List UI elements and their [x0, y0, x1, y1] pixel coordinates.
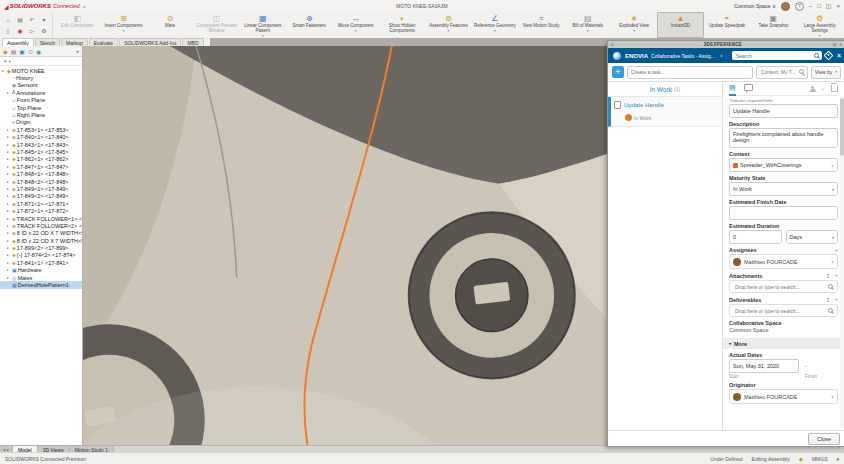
commandmanager-tab[interactable]: Assembly	[2, 38, 34, 46]
tree-item[interactable]: ▾ ◆ MOTO KNEE	[0, 67, 82, 74]
tree-item[interactable]: ▸ ◈ TRACK FOLLOWER<1> <TRACK FO...	[0, 215, 82, 222]
search-icon[interactable]	[814, 53, 820, 59]
originator-chip[interactable]: Matthieu FOURCADE ∨	[729, 389, 838, 404]
ribbon-button[interactable]: ◫ Component Preview Window	[193, 12, 239, 38]
start-date-field[interactable]: Sun, May 31, 2020	[729, 359, 799, 373]
commandmanager-tab[interactable]: Markup	[61, 38, 88, 46]
ribbon-button[interactable]: ↔ Move Component ▾	[332, 12, 378, 38]
attachments-search-input[interactable]	[733, 283, 826, 291]
tree-item[interactable]: ◔ History	[0, 74, 82, 81]
displaymanager-tab[interactable]: ◉	[36, 48, 41, 55]
tree-item[interactable]: ▸ A Annotations	[0, 89, 82, 96]
details-scrollbar[interactable]	[840, 96, 844, 428]
help-icon[interactable]: ?	[795, 2, 804, 11]
dimxpertmanager-tab[interactable]: ⊙	[28, 48, 33, 55]
tree-item[interactable]: ▱ Right Plane	[0, 111, 82, 118]
select-icon[interactable]: ▻	[30, 27, 35, 34]
tree-item[interactable]: ▸ ◈ TRACK FOLLOWER<2> <TRACK FO...	[0, 222, 82, 229]
ribbon-button[interactable]: ∠ Reference Geometry ▾	[472, 12, 518, 38]
panel-close-icon[interactable]: ×	[837, 52, 841, 59]
tree-item[interactable]: ▸ ◈ 17-845<1> <17-845>	[0, 148, 82, 155]
context-filter-input[interactable]	[759, 68, 798, 76]
minimize-button[interactable]: –	[809, 3, 812, 9]
add-deliverable-icon[interactable]: +	[834, 296, 838, 303]
ribbon-button[interactable]: ◓ Update Speedpak	[704, 12, 750, 38]
add-task-button[interactable]: +	[612, 66, 624, 78]
propertymanager-tab[interactable]: ▤	[11, 48, 17, 55]
close-panel-button[interactable]: Close	[808, 433, 840, 445]
ribbon-button[interactable]: ▦ Linear Component Pattern ▾	[240, 12, 286, 38]
home-icon[interactable]: ⌂	[6, 17, 10, 23]
tree-item[interactable]: ▸ ◈ 17-847<1> <17-847>	[0, 163, 82, 170]
tree-item[interactable]: ⌖ Origin	[0, 119, 82, 126]
panel-collapse-icon[interactable]: »	[611, 42, 614, 47]
search-input[interactable]	[734, 52, 812, 60]
options-gear-icon[interactable]: ⚙	[41, 27, 46, 34]
featuremanager-design-tree-tab[interactable]: ◆	[3, 48, 8, 55]
configurationmanager-tab[interactable]: ▣	[19, 48, 25, 55]
chevron-down-icon[interactable]: ▾	[836, 456, 839, 462]
tree-item[interactable]: ▸ ◈ 17-849<1> <17-849>	[0, 185, 82, 192]
tree-item[interactable]: ▸ ◈ 17-853<1> <17-853>	[0, 126, 82, 133]
ribbon-button[interactable]: ◐ Show Hidden Components	[379, 12, 425, 38]
tab-comments[interactable]	[744, 82, 753, 96]
tree-item[interactable]: ▸ ◈ 8 ID x 22 OD X 7 WIDTH<8> <BALL...	[0, 237, 82, 244]
menu-expand-icon[interactable]: ▸	[84, 4, 86, 9]
tree-item[interactable]: ▸ ◈ 17-862<1> <17-862>	[0, 156, 82, 163]
duration-value-field[interactable]: 0	[729, 230, 782, 244]
tree-item[interactable]: ▸ ◈ 17-849<2> <17-849>	[0, 193, 82, 200]
delete-task-icon[interactable]	[831, 85, 838, 92]
maximize-button[interactable]: □	[817, 3, 821, 9]
new-document-icon[interactable]: ▯	[6, 27, 9, 34]
task-list-section-header[interactable]: In Work (1)	[608, 82, 722, 97]
tree-item[interactable]: ▸ ▣ Hardware	[0, 267, 82, 274]
restore-button[interactable]: ◫	[826, 3, 832, 9]
deliverables-search-input[interactable]	[733, 307, 826, 315]
maturity-state-select[interactable]: In Work ▾	[729, 182, 838, 196]
tree-item[interactable]: ▸ ◈ 17-871<1> <17-871>	[0, 200, 82, 207]
tag-icon[interactable]	[823, 51, 833, 61]
commandmanager-tab[interactable]: Evaluate	[89, 38, 118, 46]
duration-unit-select[interactable]: Days ▾	[786, 230, 839, 244]
more-section-toggle[interactable]: ▾ More	[723, 338, 844, 349]
upload-attachment-icon[interactable]: ↥	[825, 272, 830, 279]
context-field[interactable]: Spreader_WithCoverings ∨	[729, 158, 838, 172]
assign-user-icon[interactable]	[810, 86, 816, 92]
upload-deliverable-icon[interactable]: ↥	[825, 296, 830, 303]
ribbon-button[interactable]: ◧ Edit Component	[54, 12, 100, 38]
tree-item[interactable]: ▱ Top Plane	[0, 104, 82, 111]
collaborative-space-selector[interactable]: Common Space ∨	[734, 3, 776, 9]
quick-caret-icon[interactable]: ▾	[42, 16, 45, 23]
tree-item[interactable]: ▸ ◈ 8 ID x 22 OD X 7 WIDTH<5> <BALL...	[0, 230, 82, 237]
view-by-button[interactable]: View by ▾	[811, 66, 841, 79]
ribbon-button[interactable]: ⊕ Smart Fasteners	[286, 12, 332, 38]
commandmanager-tab[interactable]: SOLIDWORKS Add-Ins	[119, 38, 181, 46]
tree-item[interactable]: ▸ ◈ 17-899<2> <17-899>	[0, 244, 82, 251]
tree-item[interactable]: ▦ DerivedHolePattern1	[0, 281, 82, 288]
commandmanager-tab[interactable]: MBD	[182, 38, 203, 46]
add-assignee-icon[interactable]: +	[834, 247, 838, 253]
ribbon-button[interactable]: ≈ New Motion Study	[518, 12, 564, 38]
tree-item[interactable]: ▸ ◈ 17-872<1> <17-872>	[0, 207, 82, 214]
ribbon-button[interactable]: ⚙ Large Assembly Settings ▾	[797, 12, 843, 38]
units-selector[interactable]: MMGS	[812, 456, 828, 462]
ribbon-button[interactable]: ⊞ Insert Components ▾	[100, 12, 146, 38]
tree-item[interactable]: ▸ ◎ Mates	[0, 274, 82, 281]
ribbon-button[interactable]: ▲ Instant3D	[657, 12, 703, 38]
dock-settings-icon[interactable]: ◎	[832, 42, 836, 47]
complete-task-icon[interactable]: ✓	[821, 85, 826, 92]
tree-item[interactable]: ▸ ◈ 17-841<1> <17-841>	[0, 259, 82, 266]
tree-item[interactable]: ◉ Sensors	[0, 82, 82, 89]
estimated-finish-date-field[interactable]	[729, 206, 838, 220]
user-avatar[interactable]	[781, 2, 790, 11]
add-attachment-icon[interactable]: +	[834, 272, 838, 279]
task-card[interactable]: Update Handle In Work	[608, 97, 722, 127]
undo-icon[interactable]: ↶	[29, 16, 34, 23]
ribbon-button[interactable]: ⊚ Assembly Features ▾	[425, 12, 471, 38]
tree-item[interactable]: ▸ ◈ 17-848<2> <17-848>	[0, 178, 82, 185]
tree-item[interactable]: ▱ Front Plane	[0, 97, 82, 104]
create-task-input[interactable]	[627, 66, 753, 79]
tree-item[interactable]: ▸ ◈ (-) 17-874<2> <17-874>	[0, 252, 82, 259]
dock-add-icon[interactable]: +	[839, 42, 842, 47]
tree-item[interactable]: ▸ ◈ 17-840<1> <17-840>	[0, 134, 82, 141]
